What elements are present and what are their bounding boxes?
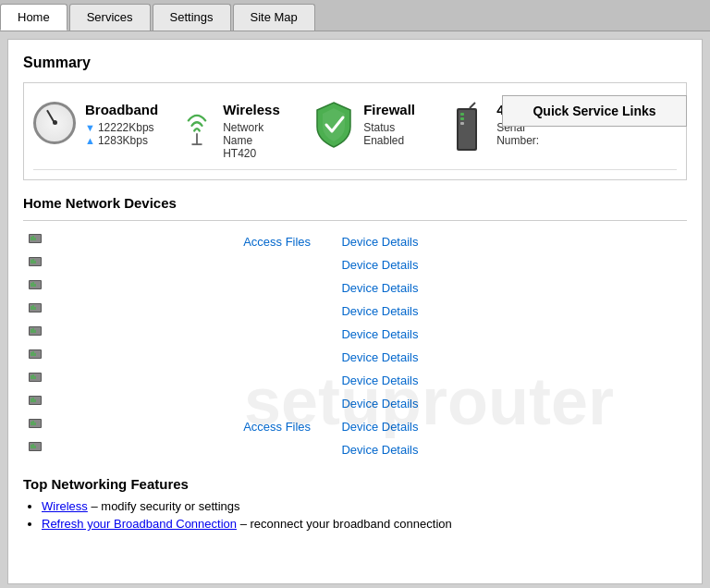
- wireless-svg: [182, 104, 212, 146]
- broadband-feature-text: – reconnect your broadband connection: [237, 517, 452, 531]
- device-details-link[interactable]: Device Details: [341, 420, 418, 434]
- download-arrow-icon: ▼: [85, 122, 95, 133]
- device-name-cell: [55, 415, 239, 438]
- device-details-link[interactable]: Device Details: [341, 327, 418, 341]
- device-details-cell[interactable]: Device Details: [337, 230, 448, 253]
- device-details-cell[interactable]: Device Details: [337, 415, 448, 438]
- svg-rect-3: [459, 110, 475, 149]
- device-details-cell[interactable]: Device Details: [337, 438, 448, 461]
- device-icon: [23, 323, 55, 346]
- table-row: Device Details: [23, 253, 448, 276]
- devices-table: Access FilesDevice DetailsDevice Details…: [23, 230, 448, 461]
- device-name-cell: [55, 253, 239, 276]
- home-network-title: Home Network Devices: [23, 195, 687, 211]
- access-files-cell: [239, 346, 337, 369]
- device-icon: [23, 415, 55, 438]
- main-content: Summary Broadband ▼ 12222Kbps ▲ 1283: [7, 39, 703, 584]
- wireless-network-label1: Network: [223, 121, 280, 134]
- access-files-cell[interactable]: Access Files: [239, 230, 337, 253]
- device-icon: [23, 369, 55, 392]
- summary-title: Summary: [23, 55, 687, 71]
- device-icon: [23, 253, 55, 276]
- table-row: Device Details: [23, 438, 448, 461]
- device-name-cell: [55, 346, 239, 369]
- quick-service-links-button[interactable]: Quick Service Links: [502, 95, 687, 127]
- feature-item-wireless: Wireless – modify security or settings: [42, 499, 687, 513]
- svg-line-7: [470, 103, 475, 108]
- tab-services[interactable]: Services: [69, 4, 151, 31]
- access-files-cell: [239, 438, 337, 461]
- access-files-cell[interactable]: Access Files: [239, 415, 337, 438]
- access-files-cell: [239, 392, 337, 415]
- device-details-link[interactable]: Device Details: [341, 281, 418, 295]
- table-row: Device Details: [23, 369, 448, 392]
- home-network-divider: [23, 220, 687, 221]
- device-details-link[interactable]: Device Details: [341, 443, 418, 457]
- gauge-dot: [53, 120, 57, 125]
- table-row: Device Details: [23, 392, 448, 415]
- device-details-cell[interactable]: Device Details: [337, 300, 448, 323]
- top-features-title: Top Networking Features: [23, 476, 687, 492]
- firewall-item: Firewall Status Enabled: [313, 102, 424, 148]
- access-files-cell: [239, 323, 337, 346]
- device-icon: [23, 276, 55, 300]
- table-row: Device Details: [23, 276, 448, 300]
- tab-settings[interactable]: Settings: [153, 4, 231, 31]
- device-details-cell[interactable]: Device Details: [337, 392, 448, 415]
- wireless-details: Wireless Network Name HT420: [223, 102, 280, 160]
- device-details-link[interactable]: Device Details: [341, 350, 418, 364]
- device-icon: [23, 438, 55, 461]
- wireless-feature-text: – modify security or settings: [88, 499, 240, 513]
- device-details-link[interactable]: Device Details: [341, 258, 418, 272]
- gauge-icon: [33, 102, 76, 144]
- device-name-cell: [55, 230, 239, 253]
- svg-rect-5: [460, 117, 464, 120]
- access-files-cell: [239, 253, 337, 276]
- feature-item-broadband: Refresh your Broadband Connection – reco…: [42, 517, 687, 531]
- wireless-link[interactable]: Wireless: [42, 499, 88, 513]
- wireless-title: Wireless: [223, 102, 280, 117]
- access-files-link[interactable]: Access Files: [243, 420, 311, 434]
- tab-home[interactable]: Home: [0, 4, 67, 31]
- svg-rect-6: [460, 122, 464, 125]
- wireless-network-name: HT420: [223, 147, 280, 160]
- device-icon: [23, 300, 55, 323]
- firewall-status-value: Enabled: [363, 134, 415, 147]
- tab-sitemap[interactable]: Site Map: [233, 4, 315, 31]
- device-icon: [23, 392, 55, 415]
- device-name-cell: [55, 300, 239, 323]
- firewall-details: Firewall Status Enabled: [363, 102, 415, 147]
- wireless-network-label2: Name: [223, 134, 280, 147]
- device-details-link[interactable]: Device Details: [341, 397, 418, 410]
- device-details-cell[interactable]: Device Details: [337, 253, 448, 276]
- device-details-cell[interactable]: Device Details: [337, 323, 448, 346]
- firewall-title: Firewall: [363, 102, 415, 117]
- broadband-refresh-link[interactable]: Refresh your Broadband Connection: [42, 517, 237, 531]
- broadband-download: ▼ 12222Kbps: [85, 121, 158, 134]
- firewall-status-label: Status: [363, 121, 415, 134]
- router-device-icon: [447, 102, 487, 157]
- broadband-upload: ▲ 1283Kbps: [85, 134, 158, 147]
- device-details-link[interactable]: Device Details: [341, 374, 418, 387]
- device-details-link[interactable]: Device Details: [341, 304, 418, 318]
- device-details-cell[interactable]: Device Details: [337, 369, 448, 392]
- device-icon: [23, 346, 55, 369]
- broadband-title: Broadband: [85, 102, 158, 117]
- device-icon: [23, 230, 55, 253]
- nav-tabs: Home Services Settings Site Map: [0, 0, 710, 31]
- device-name-cell: [55, 392, 239, 415]
- device-name-cell: [55, 276, 239, 300]
- access-files-cell: [239, 300, 337, 323]
- broadband-item: Broadband ▼ 12222Kbps ▲ 1283Kbps: [33, 102, 158, 147]
- firewall-shield-icon: [313, 102, 354, 148]
- device-details-link[interactable]: Device Details: [341, 235, 418, 249]
- device-details-cell[interactable]: Device Details: [337, 346, 448, 369]
- table-row: Device Details: [23, 323, 448, 346]
- device-details-cell[interactable]: Device Details: [337, 276, 448, 300]
- access-files-link[interactable]: Access Files: [243, 235, 311, 249]
- wireless-item: Wireless Network Name HT420: [180, 102, 291, 160]
- device-name-cell: [55, 323, 239, 346]
- features-list: Wireless – modify security or settings R…: [42, 499, 687, 531]
- access-files-cell: [239, 276, 337, 300]
- upload-arrow-icon: ▲: [85, 135, 95, 146]
